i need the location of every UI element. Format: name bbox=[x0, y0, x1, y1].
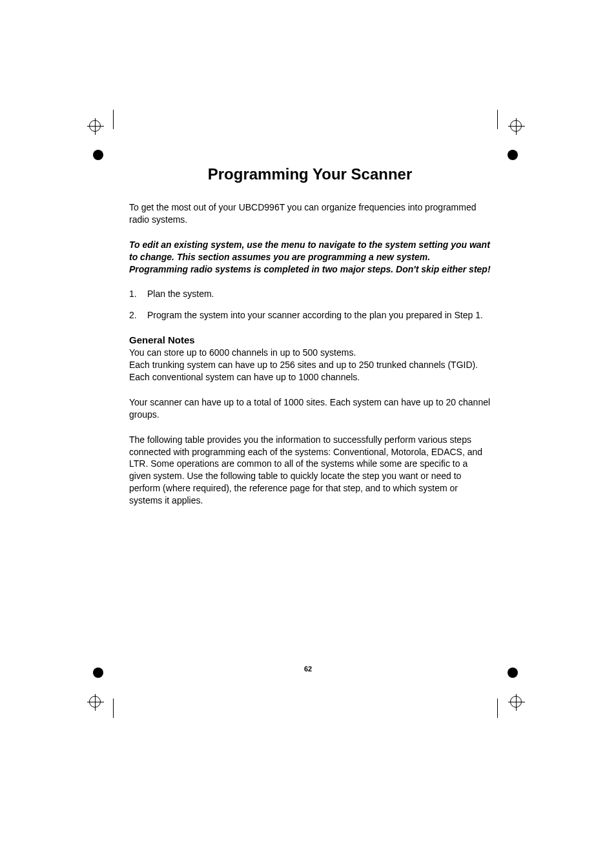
registration-mark-icon bbox=[89, 696, 101, 708]
crop-dot-icon bbox=[508, 150, 518, 160]
notes-paragraph-3: The following table provides you the inf… bbox=[129, 434, 491, 507]
list-text: Plan the system. bbox=[147, 288, 491, 300]
list-item: 1. Plan the system. bbox=[129, 288, 491, 300]
list-item: 2. Program the system into your scanner … bbox=[129, 309, 491, 321]
list-number: 1. bbox=[129, 288, 147, 300]
notes-paragraph-2: Your scanner can have up to a total of 1… bbox=[129, 396, 491, 421]
crop-dot-icon bbox=[93, 668, 103, 678]
emphasis-paragraph: To edit an existing system, use the menu… bbox=[129, 239, 491, 276]
section-heading-general-notes: General Notes bbox=[129, 334, 491, 345]
list-number: 2. bbox=[129, 309, 147, 321]
list-text: Program the system into your scanner acc… bbox=[147, 309, 491, 321]
page-body: Programming Your Scanner To get the most… bbox=[129, 165, 491, 520]
intro-paragraph: To get the most out of your UBCD996T you… bbox=[129, 201, 491, 226]
registration-mark-icon bbox=[510, 696, 522, 708]
notes-paragraph-1: You can store up to 6000 channels in up … bbox=[129, 347, 491, 383]
page-title: Programming Your Scanner bbox=[129, 165, 491, 183]
crop-dot-icon bbox=[93, 150, 103, 160]
registration-mark-icon bbox=[510, 120, 522, 132]
crop-dot-icon bbox=[508, 668, 518, 678]
ordered-steps: 1. Plan the system. 2. Program the syste… bbox=[129, 288, 491, 321]
registration-mark-icon bbox=[89, 120, 101, 132]
